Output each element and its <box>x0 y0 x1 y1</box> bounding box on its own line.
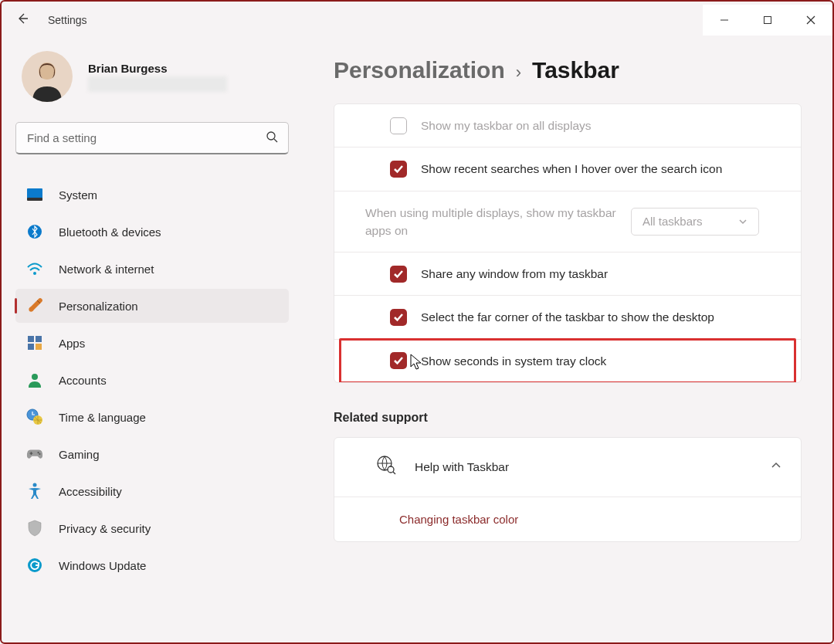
checkbox-unchecked <box>390 117 407 134</box>
chevron-down-icon <box>738 217 748 226</box>
sidebar-item-network[interactable]: Network & internet <box>15 252 289 286</box>
wifi-icon <box>26 260 43 277</box>
maximize-button[interactable] <box>746 5 789 36</box>
breadcrumb-separator: › <box>516 63 521 83</box>
sidebar-item-time[interactable]: Time & language <box>15 400 289 434</box>
sidebar-item-privacy[interactable]: Privacy & security <box>15 511 289 545</box>
svg-rect-1 <box>764 17 771 24</box>
checkbox-checked[interactable] <box>390 352 407 369</box>
svg-rect-8 <box>27 198 42 201</box>
nav-label: Personalization <box>59 300 138 313</box>
svg-point-21 <box>28 558 42 572</box>
sidebar-item-personalization[interactable]: Personalization <box>15 289 289 323</box>
apps-icon <box>26 334 43 351</box>
sidebar-item-accounts[interactable]: Accounts <box>15 363 289 397</box>
svg-rect-12 <box>36 336 42 342</box>
paintbrush-icon <box>26 297 43 314</box>
sidebar-item-update[interactable]: Windows Update <box>15 548 289 582</box>
nav-label: Accessibility <box>59 485 122 498</box>
avatar[interactable] <box>22 51 73 102</box>
svg-rect-7 <box>27 188 42 199</box>
checkbox-checked[interactable] <box>390 161 407 178</box>
nav-label: Network & internet <box>59 263 154 276</box>
setting-recent-searches[interactable]: Show recent searches when I hover over t… <box>334 147 801 191</box>
close-button[interactable] <box>789 5 832 36</box>
help-taskbar-expander[interactable]: Help with Taskbar <box>334 438 801 497</box>
svg-point-18 <box>37 452 39 453</box>
clock-globe-icon <box>26 408 43 425</box>
checkbox-checked[interactable] <box>390 309 407 326</box>
minimize-button[interactable] <box>703 5 746 36</box>
sidebar-item-apps[interactable]: Apps <box>15 326 289 360</box>
svg-point-15 <box>32 374 38 380</box>
svg-line-6 <box>274 139 277 142</box>
sidebar-item-accessibility[interactable]: Accessibility <box>15 474 289 508</box>
nav-label: Time & language <box>59 411 146 424</box>
update-icon <box>26 557 43 574</box>
svg-point-10 <box>33 272 36 275</box>
svg-point-19 <box>39 453 40 455</box>
sidebar-item-bluetooth[interactable]: Bluetooth & devices <box>15 215 289 249</box>
related-support-heading: Related support <box>334 411 802 425</box>
nav-label: Bluetooth & devices <box>59 225 161 239</box>
svg-point-23 <box>388 466 394 473</box>
globe-search-icon <box>376 455 396 480</box>
breadcrumb-parent[interactable]: Personalization <box>334 57 505 83</box>
breadcrumb: Personalization › Taskbar <box>334 57 802 83</box>
user-email-blurred <box>88 76 227 92</box>
svg-rect-11 <box>28 336 34 342</box>
search-input[interactable] <box>15 122 289 154</box>
checkbox-checked[interactable] <box>390 266 407 283</box>
setting-multi-display: When using multiple displays, show my ta… <box>334 192 801 253</box>
sidebar-item-gaming[interactable]: Gaming <box>15 437 289 471</box>
nav-label: Windows Update <box>59 559 146 572</box>
breadcrumb-current: Taskbar <box>532 57 619 83</box>
bluetooth-icon <box>26 223 43 240</box>
person-icon <box>26 371 43 388</box>
nav-label: Accounts <box>59 374 107 387</box>
nav-label: Privacy & security <box>59 522 151 535</box>
svg-point-5 <box>267 132 275 140</box>
user-name: Brian Burgess <box>88 62 227 75</box>
link-changing-taskbar-color[interactable]: Changing taskbar color <box>334 497 801 541</box>
svg-line-24 <box>393 472 395 474</box>
setting-share-window[interactable]: Share any window from my taskbar <box>334 253 801 296</box>
dropdown-taskbar-apps: All taskbars <box>631 208 759 236</box>
chevron-up-icon <box>770 459 782 475</box>
back-button[interactable] <box>15 12 29 29</box>
window-title: Settings <box>48 14 87 26</box>
nav-label: Apps <box>59 337 85 350</box>
setting-far-corner[interactable]: Select the far corner of the taskbar to … <box>334 296 801 339</box>
sidebar-item-system[interactable]: System <box>15 178 289 212</box>
nav-label: Gaming <box>59 448 100 461</box>
setting-show-seconds[interactable]: Show seconds in system tray clock <box>334 340 801 382</box>
system-icon <box>26 186 43 203</box>
setting-show-all-displays: Show my taskbar on all displays <box>334 104 801 147</box>
shield-icon <box>26 520 43 537</box>
svg-rect-13 <box>28 344 34 350</box>
svg-point-20 <box>33 483 37 487</box>
search-icon <box>266 130 278 146</box>
gamepad-icon <box>26 446 43 463</box>
nav-label: System <box>59 188 97 202</box>
svg-rect-14 <box>36 344 42 350</box>
accessibility-icon <box>26 483 43 500</box>
